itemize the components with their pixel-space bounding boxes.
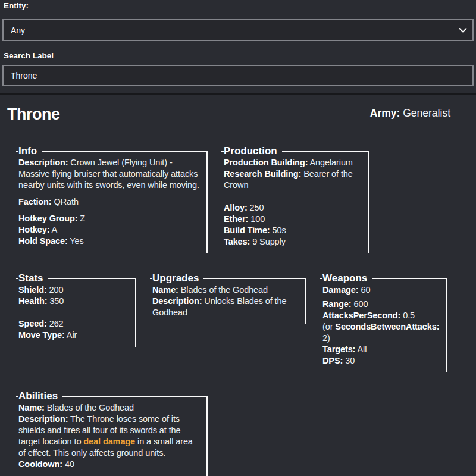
stat-row: (or SecondsBetweenAttacks: 2): [322, 321, 440, 344]
stat-label: Build Time:: [224, 226, 270, 235]
stat-row: Move Type: Air: [18, 330, 129, 341]
section-body: Damage: 60Range: 600AttacksPerSecond: 0.…: [322, 284, 440, 367]
stat-row: Name: Blades of the Godhead: [152, 284, 299, 296]
stat-value: 60: [359, 285, 371, 295]
section-body: Name: Blades of the GodheadDescription: …: [18, 402, 201, 470]
stat-row: Faction: QRath: [18, 196, 201, 208]
stat-row: Description: Unlocks Blades of the Godhe…: [152, 296, 299, 318]
stat-value: 30: [343, 356, 355, 365]
section-weapons: Weapons Damage: 60Range: 600AttacksPerSe…: [320, 273, 447, 372]
stat-value: 2): [322, 333, 330, 343]
section-stats: Stats Shield: 200Health: 350Speed: 262Mo…: [16, 273, 136, 347]
stat-value: Angelarium: [308, 158, 352, 167]
stat-value: 50s: [270, 226, 286, 235]
entity-select[interactable]: Any: [2, 19, 474, 41]
stat-row: Range: 600: [322, 299, 440, 310]
stat-label: Research Building:: [224, 169, 301, 178]
stat-label: Alloy:: [224, 203, 248, 212]
ability-damage-link[interactable]: deal damage: [83, 437, 135, 446]
stat-label: Speed:: [18, 319, 47, 328]
stat-label: Damage:: [322, 285, 359, 295]
stat-row: Description: The Throne loses some of it…: [18, 414, 201, 459]
section-title: Upgrades: [152, 273, 203, 284]
result-header: Throne Army: Generalist: [7, 105, 468, 123]
section-row-1: Info Description: Crown Jewel (Flying Un…: [7, 145, 468, 253]
stat-row: AttacksPerSecond: 0.5: [322, 310, 440, 321]
stat-row: Research Building: Bearer of the Crown: [224, 168, 362, 191]
stat-value: 9 Supply: [250, 237, 286, 246]
stat-row: DPS: 30: [322, 355, 440, 367]
stat-row: Production Building: Angelarium: [224, 157, 362, 168]
section-body: Description: Crown Jewel (Flying Unit) -…: [18, 157, 201, 247]
stat-label: Range:: [322, 299, 352, 309]
stat-row: Build Time: 50s: [224, 225, 362, 236]
stat-value: Blades of the Godhead: [45, 403, 134, 412]
search-input[interactable]: [2, 65, 474, 86]
section-production: Production Production Building: Angelari…: [221, 145, 369, 253]
stat-label: AttacksPerSecond:: [322, 311, 400, 320]
stat-row: Hotkey: A: [18, 224, 201, 236]
stat-label: Targets:: [322, 345, 355, 354]
stat-row: Ether: 100: [224, 214, 362, 225]
stat-label: Cooldown:: [18, 459, 62, 469]
stat-label: Ether:: [224, 214, 248, 224]
section-body: Name: Blades of the GodheadDescription: …: [152, 284, 299, 318]
stat-label: Name:: [152, 285, 178, 295]
section-row-3: Abilities Name: Blades of the GodheadDes…: [7, 390, 468, 476]
stat-label: Description:: [18, 414, 68, 424]
stat-row: Cooldown: 40: [18, 459, 201, 470]
stat-value: 40: [62, 459, 74, 469]
stat-row: Hotkey Group: Z: [18, 213, 201, 224]
section-body: Production Building: AngelariumResearch …: [224, 157, 362, 248]
stat-label: Name:: [18, 403, 45, 412]
stat-label: Takes:: [224, 237, 250, 246]
section-title: Weapons: [322, 273, 372, 284]
section-title: Abilities: [18, 390, 62, 402]
stat-value: QRath: [52, 197, 79, 206]
stat-row: Shield: 200: [18, 284, 129, 296]
stat-row: Takes: 9 Supply: [224, 236, 362, 248]
stat-value: Air: [65, 330, 77, 340]
stat-value: 600: [352, 299, 368, 309]
army-value: Generalist: [403, 107, 450, 119]
section-body: Shield: 200Health: 350Speed: 262Move Typ…: [18, 284, 129, 341]
page-title: Throne: [7, 105, 60, 123]
stat-label: Description:: [152, 296, 202, 306]
army-info: Army: Generalist: [370, 107, 450, 120]
spacer: [18, 191, 201, 196]
search-label: Search Label: [4, 51, 474, 60]
stat-label: Shield:: [18, 285, 47, 295]
section-title: Stats: [18, 273, 48, 284]
stat-label: Description:: [18, 158, 68, 167]
section-upgrades: Upgrades Name: Blades of the GodheadDesc…: [150, 273, 306, 324]
stat-value: Yes: [68, 236, 84, 246]
stat-value: 200: [47, 285, 64, 295]
stat-label: Health:: [18, 296, 47, 306]
army-label: Army:: [370, 107, 400, 119]
stat-label: Hotkey Group:: [18, 214, 77, 223]
filter-form: Entity: Any Search Label: [0, 0, 476, 86]
entity-select-wrap: Any: [2, 19, 474, 41]
stat-row: Alloy: 250: [224, 202, 362, 214]
stat-value: Blades of the Godhead: [178, 285, 268, 295]
stat-value: 0.5: [400, 311, 415, 320]
stat-row: Targets: All: [322, 344, 440, 355]
page: { "colors": { "accent_link": "#f0a335", …: [0, 0, 476, 476]
spacer: [18, 307, 129, 318]
stat-value: 262: [47, 319, 64, 328]
stat-value: 100: [248, 214, 265, 224]
stat-label: DPS:: [322, 356, 343, 365]
stat-row: Name: Blades of the Godhead: [18, 402, 201, 414]
section-title: Info: [18, 145, 42, 156]
entity-label: Entity:: [4, 1, 474, 10]
section-title: Production: [224, 145, 282, 156]
result-panel: Throne Army: Generalist Info Description…: [0, 95, 476, 476]
stat-label: Move Type:: [18, 330, 65, 340]
section-abilities: Abilities Name: Blades of the GodheadDes…: [16, 390, 208, 476]
stat-label: Hotkey:: [18, 225, 49, 234]
stat-value: Z: [77, 214, 85, 223]
spacer: [224, 191, 362, 202]
stat-label: Hold Space:: [18, 236, 68, 246]
stat-value: (or: [322, 322, 335, 331]
stat-value: 250: [248, 203, 264, 212]
